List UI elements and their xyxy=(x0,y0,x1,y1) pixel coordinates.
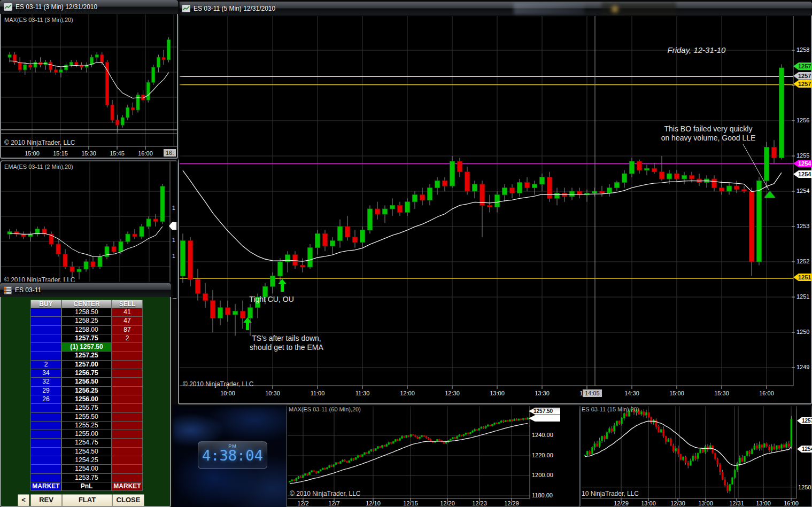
chart-app-icon xyxy=(4,3,12,11)
price-tick-label: 1254 xyxy=(796,188,809,194)
indicator-label: MAX(ES 03-11 (60 Min),20) xyxy=(289,406,361,412)
dom-buy-cell[interactable] xyxy=(30,317,61,325)
dom-buy-cell[interactable] xyxy=(30,404,61,412)
dom-buy-cell[interactable]: 26 xyxy=(30,395,61,404)
dom-buy-cell[interactable]: 29 xyxy=(30,387,61,395)
dom-buy-cell[interactable] xyxy=(30,334,61,343)
market-buy-button[interactable]: MARKET xyxy=(30,482,61,491)
dom-price-cell: 1254.25 xyxy=(61,456,112,465)
dom-sell-cell[interactable] xyxy=(112,448,143,456)
dom-buy-cell[interactable]: 32 xyxy=(30,378,61,386)
dom-buy-cell[interactable] xyxy=(30,413,61,422)
dom-price-cell: 1254.75 xyxy=(61,439,112,447)
dom-buy-cell[interactable]: 2 xyxy=(30,361,61,369)
dom-sell-cell[interactable]: 41 xyxy=(112,308,143,317)
time-tick-label: 13:30 xyxy=(535,390,550,396)
dom-sell-cell[interactable] xyxy=(112,439,143,447)
dom-sell-cell[interactable] xyxy=(112,378,143,386)
price-tick-label: 1250 xyxy=(796,329,809,335)
close-position-button[interactable]: CLOSE xyxy=(112,494,144,506)
clock-widget: PM 4:38:04 xyxy=(198,441,267,469)
dom-buy-cell[interactable] xyxy=(30,448,61,456)
price-tick-fragment: 1 xyxy=(172,205,175,211)
title-bar[interactable]: ES 03-11 xyxy=(0,283,171,297)
dom-sell-cell[interactable] xyxy=(112,465,143,473)
dom-sell-cell[interactable] xyxy=(112,474,143,482)
dom-buy-cell[interactable] xyxy=(30,465,61,473)
copyright-label: © 2010 NinjaTrader, LLC xyxy=(4,276,75,284)
price-tick-label: 1255 xyxy=(796,152,809,159)
title-bar[interactable]: ES 03-11 (3 Min) 12/31/2010 xyxy=(0,0,178,14)
dom-price-row: 1255.50 xyxy=(30,413,144,422)
indicator-label: MAX(ES 03-11 (3 Min),20) xyxy=(4,17,73,23)
price-tick-fragment: 1 xyxy=(172,253,175,259)
dom-sell-cell[interactable] xyxy=(112,361,143,369)
dom-buy-cell[interactable] xyxy=(30,430,61,439)
time-tick-label: 12/2 xyxy=(297,500,308,506)
reverse-button[interactable]: REV xyxy=(30,494,62,506)
dom-price-cell: 1256.50 xyxy=(61,378,112,386)
time-tick-label: 12/29 xyxy=(614,500,629,506)
dom-sell-cell[interactable]: 2 xyxy=(112,334,143,343)
price-tick-label: 1180.00 xyxy=(532,492,553,498)
dom-buy-cell[interactable] xyxy=(30,352,61,360)
dom-sell-cell[interactable]: 87 xyxy=(112,326,143,334)
window-title: ES 03-11 xyxy=(15,286,41,294)
time-tick-label: 15:30 xyxy=(714,390,729,396)
dom-buy-cell[interactable] xyxy=(30,343,61,352)
annotation-date: Friday, 12-31-10 xyxy=(643,45,750,54)
time-tick-label: 12:00 xyxy=(400,390,415,396)
time-tick-label: 12/7 xyxy=(328,500,339,506)
time-tick-label: 15:30 xyxy=(81,150,96,157)
dom-buy-cell[interactable] xyxy=(30,439,61,447)
dom-sell-cell[interactable] xyxy=(112,456,143,465)
dom-price-row: 1255.00 xyxy=(30,430,144,439)
dom-price-row: (1) 1257.50 xyxy=(30,343,144,352)
dom-sell-cell[interactable] xyxy=(112,430,143,439)
price-marker: 1257.50 xyxy=(529,408,560,415)
time-tick-label: 15:15 xyxy=(53,150,68,157)
collapse-button[interactable]: < xyxy=(18,494,29,506)
dom-sell-cell[interactable] xyxy=(112,422,143,430)
dom-sell-cell[interactable] xyxy=(112,352,143,360)
copyright-label: © 2010 NinjaTrader, LLC xyxy=(183,380,253,388)
market-sell-button[interactable]: MARKET xyxy=(112,482,143,491)
dom-sell-cell[interactable] xyxy=(112,387,143,395)
title-bar[interactable]: ES 03-11 (5 Min) 12/31/2010 xyxy=(178,2,812,15)
annotation-ts: TS's after tails down, should get to the… xyxy=(241,334,332,352)
pnl-label: PnL xyxy=(61,482,112,491)
dom-buy-cell[interactable] xyxy=(30,326,61,334)
dom-buy-cell[interactable] xyxy=(30,474,61,482)
time-tick-label: 13:00 xyxy=(490,390,505,396)
time-tick-label: 16:00 xyxy=(759,390,774,396)
time-tick-label: 16:00 xyxy=(138,150,153,157)
annotation-bo-failure: This BO failed very quickly on heavy vol… xyxy=(644,124,772,143)
price-tick-label: 1250. xyxy=(798,484,812,490)
price-tick-label: 1256 xyxy=(796,117,809,123)
dom-sell-cell[interactable] xyxy=(112,369,143,378)
price-tick-label: 1200.00 xyxy=(532,472,553,478)
dom-sell-cell[interactable] xyxy=(112,404,143,412)
dom-sell-cell[interactable] xyxy=(112,395,143,404)
time-tick-label: 12/23 xyxy=(472,500,487,506)
time-tick-label: 10:30 xyxy=(265,390,280,396)
dom-price-row: 1254.75 xyxy=(30,439,144,447)
window-dom: ES 03-11 L x BUY CENTER SELL 1258.504112… xyxy=(0,283,171,507)
dom-sell-cell[interactable] xyxy=(112,343,143,352)
time-tick-label: 11:00 xyxy=(311,390,325,396)
dom-buy-cell[interactable] xyxy=(30,456,61,465)
dom-price-row: 1254.00 xyxy=(30,465,144,473)
dom-buy-cell[interactable]: 34 xyxy=(30,369,61,378)
dom-app-icon xyxy=(4,286,12,294)
dom-buy-cell[interactable] xyxy=(30,422,61,430)
chart-app-icon xyxy=(182,5,190,12)
dom-sell-cell[interactable]: 47 xyxy=(112,317,143,325)
flat-button[interactable]: FLAT xyxy=(62,494,112,506)
time-tick-label: 12/15 xyxy=(403,500,418,506)
window-title: ES 03-11 (3 Min) 12/31/2010 xyxy=(16,3,97,11)
price-tick-label: 1258 xyxy=(796,46,809,53)
time-tick-label: 13:00 xyxy=(756,500,771,506)
dom-price-row: 321256.50 xyxy=(30,378,144,386)
dom-buy-cell[interactable] xyxy=(30,308,61,317)
dom-sell-cell[interactable] xyxy=(112,413,143,422)
